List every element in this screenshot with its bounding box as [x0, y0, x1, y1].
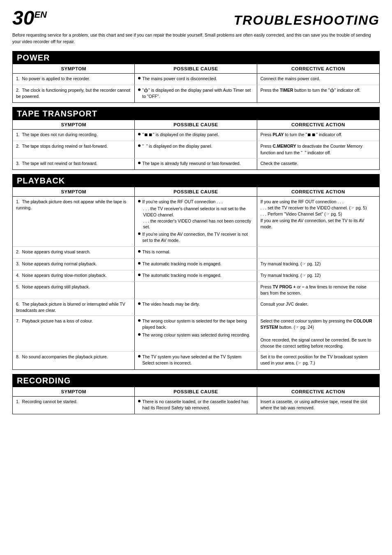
- pb-cause-5: [135, 282, 257, 298]
- pb-cause-2: This is normal.: [135, 247, 257, 258]
- pb-action-7: Select the correct colour system by pres…: [257, 316, 379, 351]
- table-row: 1. Recording cannot be started. There is…: [13, 397, 379, 414]
- page-title: TROUBLESHOOTING: [234, 13, 380, 28]
- table-row: 2. Noise appears during visual search. T…: [13, 247, 379, 258]
- pb-col3-header: CORRECTIVE ACTION: [257, 187, 379, 196]
- playback-table-header: SYMPTOM POSSIBLE CAUSE CORRECTIVE ACTION: [13, 187, 379, 197]
- tt-symptom-1: 1. The tape does not run during recordin…: [13, 130, 135, 141]
- pb-cause-8: The TV system you have selected at the T…: [135, 352, 257, 369]
- pb-action-1: If you are using the RF OUT connection .…: [257, 197, 379, 246]
- pb-symptom-7: 7. Playback picture has a loss of colour…: [13, 316, 135, 351]
- power-table-header: SYMPTOM POSSIBLE CAUSE CORRECTIVE ACTION: [13, 64, 379, 74]
- page-header: 30EN TROUBLESHOOTING: [12, 8, 380, 28]
- table-row: 5. Noise appears during still playback. …: [13, 282, 379, 299]
- pb-action-4: Try manual tracking. (☞ pg. 12): [257, 270, 379, 281]
- pb-cause-6: The video heads may be dirty.: [135, 299, 257, 316]
- pb-cause-3: The automatic tracking mode is engaged.: [135, 259, 257, 270]
- table-row: 2. The tape stops during rewind or fast-…: [13, 141, 379, 158]
- pb-symptom-5: 5. Noise appears during still playback.: [13, 282, 135, 298]
- pb-symptom-3: 3. Noise appears during normal playback.: [13, 259, 135, 270]
- intro-text: Before requesting service for a problem,…: [12, 32, 380, 45]
- pb-action-6: Consult your JVC dealer.: [257, 299, 379, 316]
- table-row: 6. The playback picture is blurred or in…: [13, 299, 379, 316]
- pb-cause-4: The automatic tracking mode is engaged.: [135, 270, 257, 281]
- rec-symptom-1: 1. Recording cannot be started.: [13, 397, 135, 414]
- recording-table-header: SYMPTOM POSSIBLE CAUSE CORRECTIVE ACTION: [13, 387, 379, 397]
- playback-section: PLAYBACK SYMPTOM POSSIBLE CAUSE CORRECTI…: [12, 174, 380, 369]
- table-row: 8. No sound accompanies the playback pic…: [13, 352, 379, 369]
- pb-col2-header: POSSIBLE CAUSE: [135, 187, 257, 196]
- page-number: 30EN: [12, 8, 47, 28]
- pb-cause-7: The wrong colour system is selected for …: [135, 316, 257, 351]
- pb-symptom-2: 2. Noise appears during visual search.: [13, 247, 135, 258]
- power-col3-header: CORRECTIVE ACTION: [257, 64, 379, 73]
- power-symptom-1: 1. No power is applied to the recorder.: [13, 74, 135, 85]
- table-row: 2. The clock is functioning properly, bu…: [13, 85, 379, 102]
- tt-cause-1: "⏹⏹" is displayed on the display panel.: [135, 130, 257, 141]
- pb-action-8: Set it to the correct position for the T…: [257, 352, 379, 369]
- rec-col1-header: SYMPTOM: [13, 387, 135, 396]
- table-row: 3. The tape will not rewind or fast-forw…: [13, 158, 379, 170]
- table-row: 1. The tape does not run during recordin…: [13, 130, 379, 141]
- pb-cause-1: If you're using the RF OUT connection . …: [135, 197, 257, 246]
- power-section-header: POWER: [13, 51, 379, 64]
- recording-section: RECORDING SYMPTOM POSSIBLE CAUSE CORRECT…: [12, 374, 380, 414]
- recording-section-header: RECORDING: [13, 374, 379, 387]
- rec-col2-header: POSSIBLE CAUSE: [135, 387, 257, 396]
- power-cause-2: "⏻" is displayed on the display panel wi…: [135, 85, 257, 102]
- power-col1-header: SYMPTOM: [13, 64, 135, 73]
- power-cause-1: The mains power cord is disconnected.: [135, 74, 257, 85]
- tt-action-3: Check the cassette.: [257, 158, 379, 170]
- tt-symptom-2: 2. The tape stops during rewind or fast-…: [13, 141, 135, 158]
- power-action-2: Press the TIMER button to turn the "⏻" i…: [257, 85, 379, 102]
- pb-col1-header: SYMPTOM: [13, 187, 135, 196]
- tape-transport-header: TAPE TRANSPORT: [13, 107, 379, 120]
- power-action-1: Connect the mains power cord.: [257, 74, 379, 85]
- tt-cause-2: " " is displayed on the display panel.: [135, 141, 257, 158]
- pb-symptom-6: 6. The playback picture is blurred or in…: [13, 299, 135, 316]
- table-row: 7. Playback picture has a loss of colour…: [13, 316, 379, 352]
- table-row: 3. Noise appears during normal playback.…: [13, 259, 379, 270]
- pb-action-2: [257, 247, 379, 258]
- tt-col1-header: SYMPTOM: [13, 120, 135, 129]
- pb-symptom-4: 4. Noise appears during slow-motion play…: [13, 270, 135, 281]
- power-symptom-2: 2. The clock is functioning properly, bu…: [13, 85, 135, 102]
- tt-action-2: Press C.MEMORY to deactivate the Counter…: [257, 141, 379, 158]
- tt-action-1: Press PLAY to turn the "⏹⏹" indicator of…: [257, 130, 379, 141]
- table-row: 1. No power is applied to the recorder. …: [13, 74, 379, 85]
- rec-col3-header: CORRECTIVE ACTION: [257, 387, 379, 396]
- tt-cause-3: The tape is already fully rewound or fas…: [135, 158, 257, 170]
- pb-action-3: Try manual tracking. (☞ pg. 12): [257, 259, 379, 270]
- tt-col2-header: POSSIBLE CAUSE: [135, 120, 257, 129]
- table-row: 4. Noise appears during slow-motion play…: [13, 270, 379, 282]
- pb-symptom-8: 8. No sound accompanies the playback pic…: [13, 352, 135, 369]
- power-section: POWER SYMPTOM POSSIBLE CAUSE CORRECTIVE …: [12, 51, 380, 103]
- tape-transport-table-header: SYMPTOM POSSIBLE CAUSE CORRECTIVE ACTION: [13, 120, 379, 130]
- pb-symptom-1: 1. The playback picture does not appear …: [13, 197, 135, 246]
- playback-section-header: PLAYBACK: [13, 174, 379, 187]
- table-row: 1. The playback picture does not appear …: [13, 197, 379, 247]
- tape-transport-section: TAPE TRANSPORT SYMPTOM POSSIBLE CAUSE CO…: [12, 107, 380, 170]
- rec-cause-1: There is no cassette loaded, or the cass…: [135, 397, 257, 414]
- rec-action-1: Insert a cassette, or using adhesive tap…: [257, 397, 379, 414]
- tt-col3-header: CORRECTIVE ACTION: [257, 120, 379, 129]
- power-col2-header: POSSIBLE CAUSE: [135, 64, 257, 73]
- tt-symptom-3: 3. The tape will not rewind or fast-forw…: [13, 158, 135, 170]
- pb-action-5: Press TV PROG + or – a few times to remo…: [257, 282, 379, 298]
